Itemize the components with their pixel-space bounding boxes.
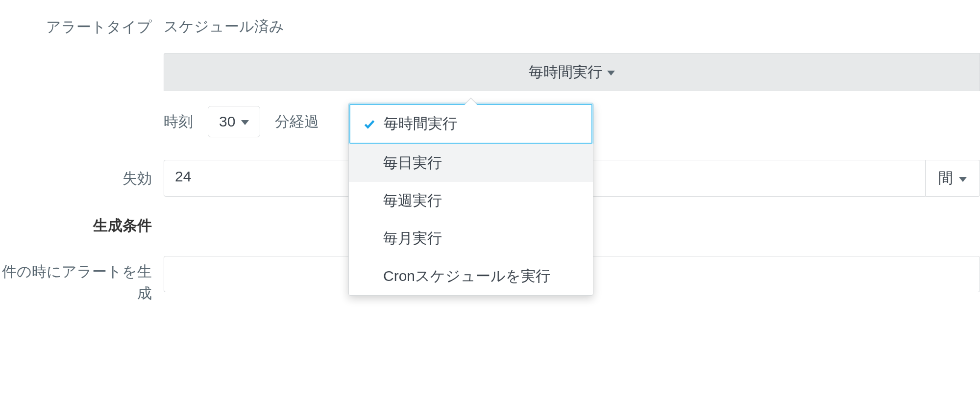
check-icon xyxy=(363,118,376,130)
dropdown-item-cron[interactable]: Cronスケジュールを実行 xyxy=(349,257,593,295)
dropdown-item-hourly[interactable]: 毎時間実行 xyxy=(349,104,592,144)
schedule-dropdown-button[interactable]: 毎時間実行 xyxy=(164,53,980,91)
caret-down-icon xyxy=(959,177,967,182)
alert-type-label: アラートタイプ xyxy=(0,10,152,37)
dropdown-item-label: 毎時間実行 xyxy=(384,115,457,131)
expire-unit-select[interactable]: 間 xyxy=(926,160,980,197)
after-minute-label: 分経過 xyxy=(275,112,319,132)
trigger-label: 件の時にアラートを生成 xyxy=(0,261,152,304)
caret-down-icon xyxy=(241,120,249,125)
minute-value: 30 xyxy=(219,113,235,130)
dropdown-item-label: 毎週実行 xyxy=(383,192,442,208)
dropdown-item-label: 毎日実行 xyxy=(383,154,442,171)
schedule-dropdown-label: 毎時間実行 xyxy=(529,62,602,82)
dropdown-item-weekly[interactable]: 毎週実行 xyxy=(349,182,593,220)
dropdown-item-label: Cronスケジュールを実行 xyxy=(383,268,550,284)
condition-heading: 生成条件 xyxy=(0,216,152,236)
dropdown-item-label: 毎月実行 xyxy=(383,230,442,246)
time-label: 時刻 xyxy=(164,112,193,132)
expire-label: 失効 xyxy=(0,160,152,189)
minute-select[interactable]: 30 xyxy=(208,106,260,137)
schedule-dropdown-menu: 毎時間実行 毎日実行 毎週実行 毎月実行 Cronスケジュールを実行 xyxy=(348,103,593,296)
expire-unit-label: 間 xyxy=(938,168,953,188)
caret-down-icon xyxy=(607,71,615,76)
dropdown-item-monthly[interactable]: 毎月実行 xyxy=(349,220,593,257)
dropdown-item-daily[interactable]: 毎日実行 xyxy=(349,144,593,182)
alert-type-value: スケジュール済み xyxy=(164,10,980,37)
